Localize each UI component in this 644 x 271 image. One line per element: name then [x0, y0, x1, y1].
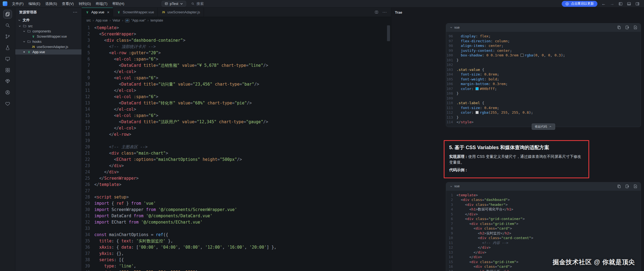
- tab-ScreenWrapper.vue[interactable]: VScreenWrapper.vue: [113, 8, 158, 17]
- line-number: 100: [446, 53, 453, 58]
- code-line: </div>: [456, 212, 641, 217]
- breadcrumb-item[interactable]: src: [86, 19, 91, 22]
- line-number: 14: [82, 106, 90, 113]
- line-number: 97: [446, 39, 453, 44]
- line-number: 36: [82, 244, 90, 251]
- line-number: 13: [82, 100, 90, 106]
- toggle-sidebar-icon[interactable]: [618, 2, 623, 6]
- tree-item-ScreenWrapper.vue[interactable]: VScreenWrapper.vue: [15, 34, 81, 39]
- menu-item[interactable]: 帮助(H): [110, 1, 127, 6]
- collapse-label: 收起代码: [535, 125, 547, 129]
- line-number: 12: [446, 245, 453, 250]
- file-label: src: [28, 24, 33, 28]
- line-number: 22: [82, 156, 90, 163]
- editor-scrollbar[interactable]: [387, 25, 390, 260]
- code-lang-toggle[interactable]: vue: [449, 26, 459, 29]
- forward-icon[interactable]: →: [610, 2, 614, 6]
- tree-item-useScreenAdapter.js[interactable]: JSuseScreenAdapter.js: [15, 44, 81, 49]
- menu-item[interactable]: 选择(S): [43, 1, 59, 6]
- breadcrumb-item[interactable]: App.vue: [96, 19, 108, 22]
- code-line: <template>: [456, 193, 641, 198]
- code-line: }: [456, 91, 641, 96]
- code-line: <div class="card-content">: [456, 236, 641, 240]
- vue-icon: V: [31, 35, 35, 38]
- insert-code-icon[interactable]: [625, 25, 629, 29]
- account-icon[interactable]: [3, 88, 12, 97]
- menu-item[interactable]: 终端(T): [93, 1, 110, 6]
- copy-icon[interactable]: [617, 184, 621, 188]
- chevron-down-icon: [18, 25, 21, 27]
- menu-item[interactable]: 文件(F): [10, 1, 26, 6]
- code-block-body: 9697989910010110210310410510610710810911…: [446, 32, 641, 127]
- insert-code-icon[interactable]: [625, 184, 629, 188]
- back-icon[interactable]: ←: [601, 2, 606, 6]
- extensions-icon[interactable]: [3, 66, 12, 74]
- code-line: </div>: [94, 163, 391, 169]
- files-section-header[interactable]: 文件: [15, 17, 81, 23]
- tabs: VApp.vue×VScreenWrapper.vueJSuseScreenAd…: [82, 8, 204, 17]
- code-editor[interactable]: 1234567891011121314151617181920212223242…: [82, 24, 391, 271]
- line-number: 4: [446, 207, 453, 212]
- explorer-icon[interactable]: [3, 10, 12, 19]
- code-line: <div class="card">: [456, 226, 641, 231]
- code-line: <div class="dashboard-container">: [94, 37, 391, 44]
- line-number: 112: [446, 110, 453, 115]
- restart-update-button[interactable]: 点击重启以更新: [562, 1, 597, 7]
- breadcrumb-item[interactable]: "App.vue": [131, 19, 146, 22]
- files-section-label: 文件: [23, 18, 30, 23]
- code-line: <DataCard title="访问量" value="23,456" cha…: [94, 81, 391, 88]
- global-search-button[interactable]: 搜索: [191, 1, 204, 6]
- tree-item-components[interactable]: components: [15, 29, 81, 34]
- line-number: 28: [82, 194, 90, 200]
- scrollbar-thumb[interactable]: [387, 25, 390, 41]
- chevron-down-icon: [180, 2, 183, 5]
- line-number: 40: [82, 269, 90, 271]
- search-label: 搜索: [196, 1, 204, 6]
- new-file-icon[interactable]: [633, 25, 637, 29]
- test-icon[interactable]: [3, 43, 12, 52]
- menu-item[interactable]: 查看(V): [59, 1, 76, 6]
- tab-label: ScreenWrapper.vue: [123, 10, 154, 14]
- toggle-panel-icon[interactable]: [627, 2, 631, 6]
- menu-item[interactable]: 转到(G): [76, 1, 93, 6]
- search-icon[interactable]: [3, 21, 12, 30]
- line-number: 3: [446, 202, 453, 207]
- more-actions-icon[interactable]: ···: [73, 10, 78, 14]
- menu-item[interactable]: 编辑(E): [26, 1, 43, 6]
- tree-item-hooks[interactable]: hooks: [15, 39, 81, 44]
- line-number: 105: [446, 77, 453, 82]
- heart-icon[interactable]: [3, 99, 12, 108]
- split-editor-icon[interactable]: [374, 10, 379, 14]
- chevron-down-icon: [449, 185, 453, 188]
- toggle-secondary-sidebar-icon[interactable]: [635, 2, 640, 6]
- collapse-code-button[interactable]: 收起代码: [532, 124, 555, 130]
- editor-more-icon[interactable]: ···: [382, 10, 387, 15]
- new-file-icon[interactable]: [633, 184, 637, 188]
- code-lang-toggle[interactable]: vue: [449, 184, 459, 188]
- breadcrumb-item[interactable]: Vetur: [113, 19, 120, 22]
- copy-icon[interactable]: [617, 25, 621, 29]
- line-number: 98: [446, 43, 453, 48]
- code-line: <!-- 顶部统计卡片 -->: [94, 44, 391, 50]
- project-selector[interactable]: pTest: [162, 1, 186, 7]
- tab-useScreenAdapter.js[interactable]: JSuseScreenAdapter.js: [158, 8, 204, 17]
- app-logo-icon[interactable]: [3, 1, 7, 6]
- gem-icon[interactable]: [3, 77, 12, 86]
- editor-group: VApp.vue×VScreenWrapper.vueJSuseScreenAd…: [82, 8, 391, 271]
- line-number: 7: [82, 62, 90, 69]
- close-icon[interactable]: ×: [107, 10, 110, 14]
- tab-label: App.vue: [91, 10, 104, 14]
- code-line: <el-row :gutter="20">: [94, 50, 391, 56]
- line-number: 19: [82, 138, 90, 144]
- tree-item-src[interactable]: src: [15, 23, 81, 29]
- source-control-icon[interactable]: [3, 32, 12, 41]
- tab-App.vue[interactable]: VApp.vue×: [82, 8, 113, 17]
- code-line: .stat-label {: [456, 101, 641, 106]
- breadcrumb-item[interactable]: template: [150, 19, 163, 22]
- tree-item-App.vue[interactable]: VApp.vue: [15, 49, 81, 55]
- line-number: 6: [446, 216, 453, 221]
- line-number: 11: [82, 88, 90, 94]
- line-number: 24: [82, 169, 90, 175]
- line-number: 30: [82, 207, 90, 213]
- remote-icon[interactable]: [3, 55, 12, 63]
